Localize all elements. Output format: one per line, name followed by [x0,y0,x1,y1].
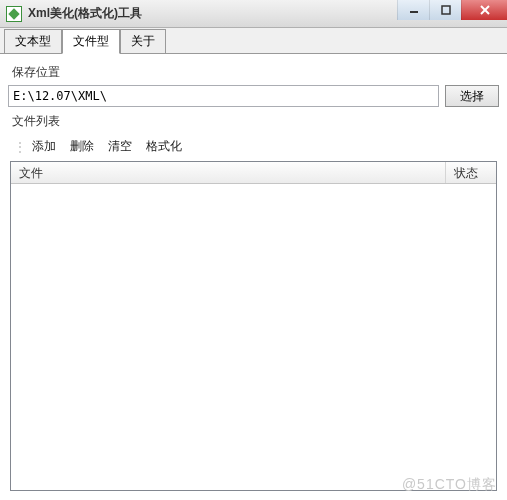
tab-strip: 文本型 文件型 关于 [0,28,507,54]
window-title: Xml美化(格式化)工具 [28,5,142,22]
watermark: @51CTO博客 [402,476,497,494]
format-button[interactable]: 格式化 [146,138,182,155]
svg-rect-1 [442,6,450,14]
tab-about[interactable]: 关于 [120,29,166,54]
toolbar-grip-icon: ⋮ [14,140,24,154]
column-status[interactable]: 状态 [446,162,496,183]
clear-button[interactable]: 清空 [108,138,132,155]
tab-file-mode[interactable]: 文件型 [62,29,120,54]
file-mode-panel: 保存位置 选择 文件列表 ⋮ 添加 删除 清空 格式化 文件 状态 [0,54,507,491]
save-location-row: 选择 [8,85,499,107]
app-icon [6,6,22,22]
save-location-label: 保存位置 [12,64,495,81]
file-list-toolbar: ⋮ 添加 删除 清空 格式化 [8,134,499,161]
tab-text-mode[interactable]: 文本型 [4,29,62,54]
column-file[interactable]: 文件 [11,162,446,183]
save-path-input[interactable] [8,85,439,107]
add-button[interactable]: 添加 [32,138,56,155]
remove-button[interactable]: 删除 [70,138,94,155]
file-list-body[interactable] [11,184,496,490]
choose-folder-button[interactable]: 选择 [445,85,499,107]
file-list-header: 文件 状态 [11,162,496,184]
file-list: 文件 状态 [10,161,497,491]
window-controls [397,0,507,20]
minimize-button[interactable] [397,0,429,20]
file-list-label: 文件列表 [12,113,495,130]
maximize-button[interactable] [429,0,461,20]
title-bar: Xml美化(格式化)工具 [0,0,507,28]
close-button[interactable] [461,0,507,20]
